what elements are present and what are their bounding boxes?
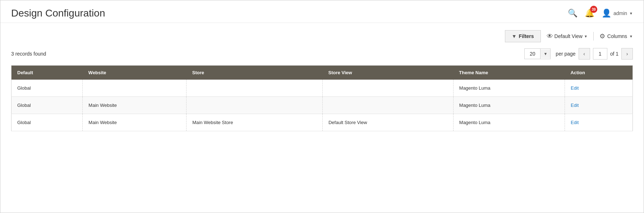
page-number[interactable]: 1 xyxy=(593,48,607,60)
content-area: ▼ Filters 👁 Default View ▼ ⚙ Columns ▼ 3… xyxy=(0,23,644,138)
eye-icon: 👁 xyxy=(547,33,553,40)
cell-website xyxy=(83,80,187,97)
cell-store xyxy=(187,97,323,114)
view-chevron-icon: ▼ xyxy=(584,34,588,38)
per-page-label: per page xyxy=(556,51,575,57)
page-header: Design Configuration 🔍 🔔 39 👤 admin ▼ xyxy=(0,0,644,23)
pagination: 20 ▼ per page ‹ 1 of 1 › xyxy=(524,48,633,60)
edit-link[interactable]: Edit xyxy=(571,85,579,91)
header-actions: 🔍 🔔 39 👤 admin ▼ xyxy=(568,9,633,18)
cell-default: Global xyxy=(12,97,83,114)
table-header-row: Default Website Store Store View Theme N… xyxy=(12,66,633,80)
prev-page-button[interactable]: ‹ xyxy=(579,48,590,60)
toolbar-bottom: 3 records found 20 ▼ per page ‹ 1 of 1 › xyxy=(11,48,633,60)
notification-bell[interactable]: 🔔 39 xyxy=(585,9,594,18)
cell-store_view: Default Store View xyxy=(322,114,453,131)
columns-chevron-icon: ▼ xyxy=(629,34,633,38)
page-of-total: of 1 xyxy=(610,51,618,57)
page-wrapper: Design Configuration 🔍 🔔 39 👤 admin ▼ ▼ … xyxy=(0,0,644,213)
filter-icon: ▼ xyxy=(512,33,517,39)
gear-icon: ⚙ xyxy=(599,32,605,40)
col-header-theme-name: Theme Name xyxy=(453,66,565,80)
edit-link[interactable]: Edit xyxy=(571,120,579,125)
cell-store xyxy=(187,80,323,97)
col-header-store: Store xyxy=(187,66,323,80)
user-chevron-icon: ▼ xyxy=(629,11,633,15)
cell-theme_name: Magento Luma xyxy=(453,80,565,97)
view-label: Default View xyxy=(555,33,583,39)
cell-store: Main Website Store xyxy=(187,114,323,131)
notification-badge: 39 xyxy=(590,6,597,13)
next-page-button[interactable]: › xyxy=(621,48,633,60)
col-header-action: Action xyxy=(565,66,632,80)
cell-theme_name: Magento Luma xyxy=(453,114,565,131)
view-selector[interactable]: 👁 Default View ▼ xyxy=(547,33,588,40)
cell-action: Edit xyxy=(565,114,632,131)
user-name: admin xyxy=(613,10,627,16)
edit-link[interactable]: Edit xyxy=(571,103,579,108)
table-row: GlobalMagento LumaEdit xyxy=(12,80,633,97)
cell-store_view xyxy=(322,97,453,114)
columns-label: Columns xyxy=(607,33,627,39)
cell-default: Global xyxy=(12,114,83,131)
toolbar-top: ▼ Filters 👁 Default View ▼ ⚙ Columns ▼ xyxy=(11,30,633,42)
user-icon: 👤 xyxy=(602,9,611,18)
columns-selector[interactable]: ⚙ Columns ▼ xyxy=(599,32,633,40)
cell-website: Main Website xyxy=(83,97,187,114)
col-header-website: Website xyxy=(83,66,187,80)
cell-website: Main Website xyxy=(83,114,187,131)
table-row: GlobalMain WebsiteMagento LumaEdit xyxy=(12,97,633,114)
cell-store_view xyxy=(322,80,453,97)
col-header-default: Default xyxy=(12,66,83,80)
per-page-chevron-icon[interactable]: ▼ xyxy=(540,49,550,58)
page-title: Design Configuration xyxy=(11,8,105,19)
cell-action: Edit xyxy=(565,97,632,114)
records-found: 3 records found xyxy=(11,51,46,57)
cell-default: Global xyxy=(12,80,83,97)
search-button[interactable]: 🔍 xyxy=(568,9,578,18)
data-table: Default Website Store Store View Theme N… xyxy=(11,65,633,131)
col-header-store-view: Store View xyxy=(322,66,453,80)
per-page-select[interactable]: 20 ▼ xyxy=(524,48,551,59)
table-body: GlobalMagento LumaEditGlobalMain Website… xyxy=(12,80,633,131)
user-menu[interactable]: 👤 admin ▼ xyxy=(602,9,633,18)
search-icon: 🔍 xyxy=(568,9,578,18)
per-page-value: 20 xyxy=(525,49,541,59)
toolbar-separator xyxy=(593,32,594,41)
filter-label: Filters xyxy=(519,33,534,39)
table-row: GlobalMain WebsiteMain Website StoreDefa… xyxy=(12,114,633,131)
table-header: Default Website Store Store View Theme N… xyxy=(12,66,633,80)
cell-theme_name: Magento Luma xyxy=(453,97,565,114)
filter-button[interactable]: ▼ Filters xyxy=(505,30,541,42)
cell-action: Edit xyxy=(565,80,632,97)
